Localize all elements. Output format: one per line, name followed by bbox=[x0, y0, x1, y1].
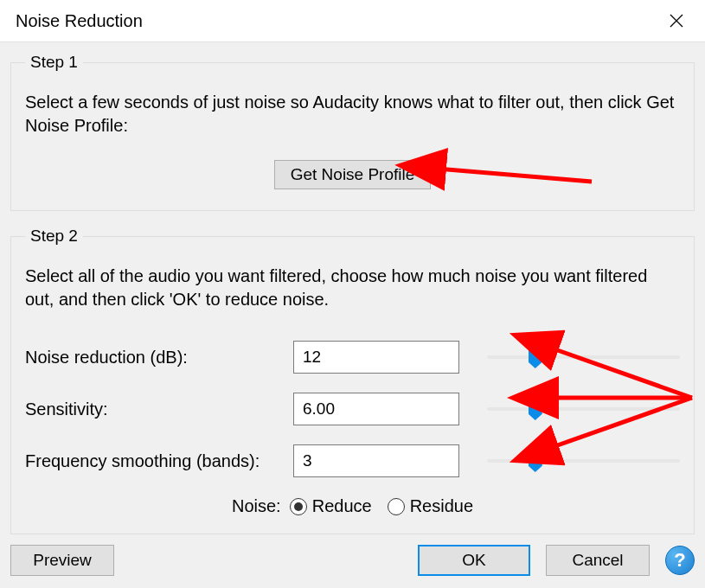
step1-instructions: Select a few seconds of just noise so Au… bbox=[25, 91, 680, 137]
slider-track bbox=[487, 459, 680, 463]
noise-residue-radio[interactable]: Residue bbox=[388, 496, 473, 516]
ok-button[interactable]: OK bbox=[418, 545, 530, 576]
preview-button[interactable]: Preview bbox=[10, 545, 114, 576]
slider-thumb[interactable] bbox=[529, 451, 542, 472]
noise-reduce-radio[interactable]: Reduce bbox=[290, 496, 372, 516]
slider-thumb[interactable] bbox=[529, 348, 542, 368]
step1-legend: Step 1 bbox=[25, 53, 83, 72]
step2-instructions: Select all of the audio you want filtere… bbox=[25, 265, 680, 311]
frequency-smoothing-input[interactable] bbox=[293, 444, 459, 477]
step1-group: Step 1 Select a few seconds of just nois… bbox=[10, 53, 695, 211]
cancel-button[interactable]: Cancel bbox=[546, 545, 650, 576]
step2-legend: Step 2 bbox=[25, 227, 83, 246]
sensitivity-row: Sensitivity: bbox=[25, 393, 680, 425]
slider-track bbox=[487, 407, 680, 411]
radio-icon bbox=[388, 498, 405, 515]
noise-mode-row: Noise: Reduce Residue bbox=[25, 496, 680, 516]
radio-text: Residue bbox=[410, 496, 473, 516]
noise-mode-label: Noise: bbox=[232, 496, 281, 516]
close-button[interactable] bbox=[663, 8, 689, 34]
bottom-button-bar: Preview OK Cancel ? bbox=[10, 545, 695, 576]
slider-thumb[interactable] bbox=[529, 399, 542, 420]
noise-reduction-input[interactable] bbox=[293, 341, 459, 374]
step2-group: Step 2 Select all of the audio you want … bbox=[10, 227, 695, 534]
close-icon bbox=[670, 14, 683, 28]
noise-reduction-row: Noise reduction (dB): bbox=[25, 341, 680, 374]
frequency-smoothing-row: Frequency smoothing (bands): bbox=[25, 444, 680, 477]
get-noise-profile-button[interactable]: Get Noise Profile bbox=[274, 160, 432, 189]
sensitivity-slider[interactable] bbox=[487, 396, 680, 422]
sensitivity-input[interactable] bbox=[293, 393, 459, 425]
radio-text: Reduce bbox=[312, 496, 372, 516]
radio-icon bbox=[290, 498, 307, 515]
dialog-body: Step 1 Select a few seconds of just nois… bbox=[0, 42, 705, 588]
dialog-title: Noise Reduction bbox=[16, 11, 143, 31]
slider-track bbox=[487, 355, 680, 359]
sensitivity-label: Sensitivity: bbox=[25, 399, 285, 419]
titlebar: Noise Reduction bbox=[0, 0, 705, 42]
frequency-smoothing-slider[interactable] bbox=[487, 448, 680, 474]
help-button[interactable]: ? bbox=[665, 546, 695, 575]
noise-reduction-label: Noise reduction (dB): bbox=[25, 348, 285, 368]
frequency-smoothing-label: Frequency smoothing (bands): bbox=[25, 451, 285, 471]
noise-reduction-slider[interactable] bbox=[487, 344, 680, 370]
